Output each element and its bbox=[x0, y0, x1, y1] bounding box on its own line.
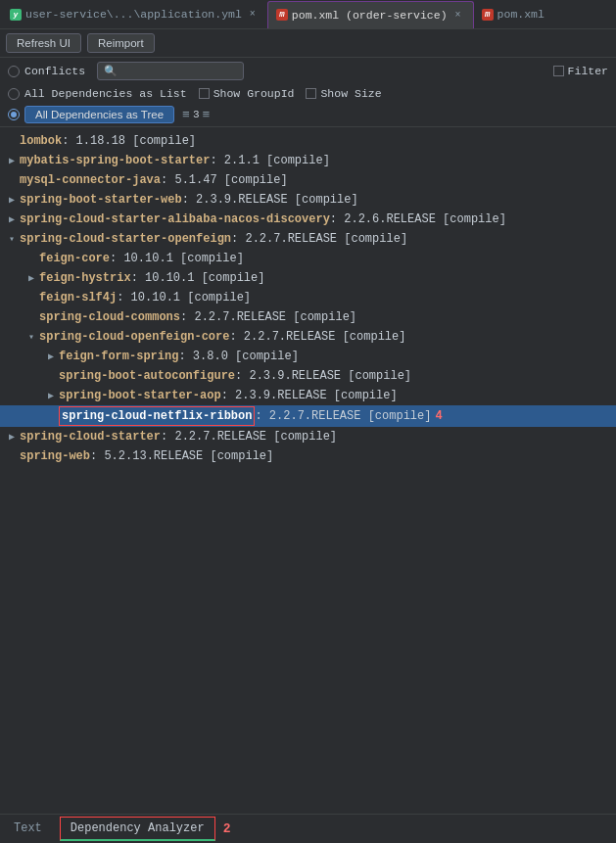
tab-pom-order-label: pom.xml (order-service) bbox=[292, 9, 448, 22]
filter-checkbox[interactable] bbox=[553, 66, 564, 76]
search-input[interactable] bbox=[121, 66, 237, 77]
sort-icon-1[interactable]: ≡ bbox=[182, 108, 190, 122]
item-version: : 2.2.6.RELEASE [compile] bbox=[330, 211, 506, 228]
bottom-tab-text[interactable]: Text bbox=[4, 818, 52, 841]
show-size-checkbox-group[interactable]: Show Size bbox=[306, 87, 381, 100]
sort-num-1: 3 bbox=[193, 109, 200, 120]
yaml-icon: y bbox=[10, 9, 22, 21]
tree-item-feign-form-spring[interactable]: ▶ feign-form-spring : 3.8.0 [compile] bbox=[0, 347, 616, 366]
expand-spacer bbox=[24, 309, 39, 325]
tree-item-spring-boot-autoconfigure[interactable]: spring-boot-autoconfigure : 2.3.9.RELEAS… bbox=[0, 366, 616, 386]
expand-toggle[interactable]: ▾ bbox=[4, 231, 20, 247]
item-version: : 5.1.47 [compile] bbox=[161, 171, 288, 189]
item-name: spring-web bbox=[20, 447, 90, 465]
sort-icon-2[interactable]: ≡ bbox=[202, 108, 210, 122]
tree-item-feign-core[interactable]: feign-core : 10.10.1 [compile] bbox=[0, 249, 616, 268]
item-version: : 2.2.7.RELEASE [compile] bbox=[255, 407, 431, 425]
options-row2: All Dependencies as List Show GroupId Sh… bbox=[0, 84, 616, 103]
tree-item-spring-cloud-netflix-ribbon[interactable]: spring-cloud-netflix-ribbon : 2.2.7.RELE… bbox=[0, 405, 616, 427]
filter-checkbox-group[interactable]: Filter bbox=[553, 65, 608, 77]
tree-item-spring-web[interactable]: spring-web : 5.2.13.RELEASE [compile] bbox=[0, 446, 616, 466]
item-version: : 2.1.1 [compile] bbox=[210, 152, 329, 169]
tree-item-feign-slf4j[interactable]: feign-slf4j : 10.10.1 [compile] bbox=[0, 288, 616, 307]
all-deps-list-radio[interactable] bbox=[8, 88, 20, 100]
expand-spacer bbox=[24, 251, 39, 266]
item-badge: 4 bbox=[435, 407, 442, 425]
item-version: : 2.2.7.RELEASE [compile] bbox=[231, 230, 407, 248]
item-name: feign-core bbox=[39, 250, 110, 267]
tree-item-spring-cloud-commons[interactable]: spring-cloud-commons : 2.2.7.RELEASE [co… bbox=[0, 307, 616, 327]
bottom-badge: 2 bbox=[223, 821, 231, 836]
show-groupid-checkbox[interactable] bbox=[199, 88, 210, 99]
tab-user-service[interactable]: y user-service\...\application.yml × bbox=[2, 1, 267, 28]
all-deps-list-label: All Dependencies as List bbox=[24, 87, 187, 100]
main-container: y user-service\...\application.yml × m p… bbox=[0, 0, 616, 843]
show-size-checkbox[interactable] bbox=[306, 88, 316, 99]
expand-toggle[interactable]: ▶ bbox=[4, 429, 20, 445]
tree-item-mybatis[interactable]: ▶ mybatis-spring-boot-starter : 2.1.1 [c… bbox=[0, 151, 616, 170]
tab-user-service-close[interactable]: × bbox=[246, 8, 260, 22]
tree-item-spring-boot-starter-aop[interactable]: ▶ spring-boot-starter-aop : 2.3.9.RELEAS… bbox=[0, 386, 616, 405]
item-version: : 10.10.1 [compile] bbox=[131, 269, 265, 287]
expand-toggle[interactable]: ▶ bbox=[43, 349, 59, 364]
tree-item-feign-hystrix[interactable]: ▶ feign-hystrix : 10.10.1 [compile] bbox=[0, 268, 616, 288]
bottom-tab-dependency-analyzer[interactable]: Dependency Analyzer bbox=[60, 817, 215, 841]
expand-spacer bbox=[24, 290, 39, 305]
refresh-ui-button[interactable]: Refresh UI bbox=[6, 33, 81, 53]
tab-bar: y user-service\...\application.yml × m p… bbox=[0, 0, 616, 29]
all-deps-tree-radio-group[interactable]: All Dependencies as Tree bbox=[8, 106, 174, 123]
conflicts-radio-group[interactable]: Conflicts bbox=[8, 65, 85, 77]
search-icon: 🔍 bbox=[104, 65, 118, 77]
show-size-label: Show Size bbox=[320, 87, 381, 100]
options-row3: All Dependencies as Tree ≡ 3 ≡ bbox=[0, 103, 616, 127]
item-version: : 10.10.1 [compile] bbox=[110, 250, 244, 267]
item-name: spring-boot-starter-web bbox=[20, 191, 182, 209]
item-version: : 2.2.7.RELEASE [compile] bbox=[229, 328, 405, 346]
tree-item-spring-boot-web[interactable]: ▶ spring-boot-starter-web : 2.3.9.RELEAS… bbox=[0, 190, 616, 210]
expand-toggle[interactable]: ▶ bbox=[4, 192, 20, 208]
filter-label: Filter bbox=[568, 65, 608, 77]
show-groupid-checkbox-group[interactable]: Show GroupId bbox=[199, 87, 295, 100]
item-name: spring-cloud-openfeign-core bbox=[39, 328, 229, 346]
tree-item-spring-cloud-openfeign[interactable]: ▾ spring-cloud-starter-openfeign : 2.2.7… bbox=[0, 229, 616, 249]
expand-toggle[interactable]: ▶ bbox=[24, 270, 39, 286]
item-version: : 1.18.18 [compile] bbox=[62, 132, 196, 150]
item-version: : 5.2.13.RELEASE [compile] bbox=[90, 447, 273, 465]
item-name: feign-form-spring bbox=[59, 348, 178, 365]
expand-toggle[interactable]: ▾ bbox=[24, 329, 39, 345]
all-deps-tree-button[interactable]: All Dependencies as Tree bbox=[24, 106, 174, 123]
tree-item-spring-cloud-starter[interactable]: ▶ spring-cloud-starter : 2.2.7.RELEASE [… bbox=[0, 427, 616, 446]
tree-item-lombok[interactable]: lombok : 1.18.18 [compile] bbox=[0, 131, 616, 151]
tree-item-spring-cloud-openfeign-core[interactable]: ▾ spring-cloud-openfeign-core : 2.2.7.RE… bbox=[0, 327, 616, 347]
expand-toggle[interactable]: ▶ bbox=[43, 388, 59, 403]
tree-item-spring-cloud-nacos[interactable]: ▶ spring-cloud-starter-alibaba-nacos-dis… bbox=[0, 210, 616, 229]
expand-toggle[interactable]: ▶ bbox=[4, 153, 20, 168]
tab-pom-order[interactable]: m pom.xml (order-service) × bbox=[267, 1, 474, 28]
item-name: spring-boot-starter-aop bbox=[59, 387, 221, 404]
bottom-tab-dependency-label: Dependency Analyzer bbox=[71, 821, 205, 835]
reimport-button[interactable]: Reimport bbox=[87, 33, 155, 53]
item-version: : 2.3.9.RELEASE [compile] bbox=[235, 367, 411, 385]
tree-content[interactable]: lombok : 1.18.18 [compile] ▶ mybatis-spr… bbox=[0, 127, 616, 814]
sort-icons: ≡ 3 ≡ bbox=[182, 108, 210, 122]
all-deps-list-radio-group[interactable]: All Dependencies as List bbox=[8, 87, 187, 100]
item-name: spring-cloud-netflix-ribbon bbox=[62, 409, 252, 423]
tab-pom-order-close[interactable]: × bbox=[451, 8, 465, 22]
expand-spacer bbox=[4, 133, 20, 149]
search-box[interactable]: 🔍 bbox=[97, 62, 244, 80]
item-version: : 2.2.7.RELEASE [compile] bbox=[161, 428, 337, 445]
item-name: mysql-connector-java bbox=[20, 171, 161, 189]
options-row1: Conflicts 🔍 Filter bbox=[0, 58, 616, 84]
conflicts-radio[interactable] bbox=[8, 66, 20, 77]
all-deps-tree-radio[interactable] bbox=[8, 109, 20, 120]
expand-spacer bbox=[4, 448, 20, 464]
item-name: mybatis-spring-boot-starter bbox=[20, 152, 210, 169]
tab-pom-other[interactable]: m pom.xml bbox=[474, 1, 552, 28]
item-name: feign-slf4j bbox=[39, 289, 117, 306]
item-version: : 2.3.9.RELEASE [compile] bbox=[182, 191, 358, 209]
expand-toggle[interactable]: ▶ bbox=[4, 211, 20, 227]
item-version: : 3.8.0 [compile] bbox=[178, 348, 298, 365]
tree-item-mysql[interactable]: mysql-connector-java : 5.1.47 [compile] bbox=[0, 170, 616, 190]
item-version: : 2.2.7.RELEASE [compile] bbox=[180, 308, 356, 326]
bottom-tab-text-label: Text bbox=[14, 821, 42, 835]
